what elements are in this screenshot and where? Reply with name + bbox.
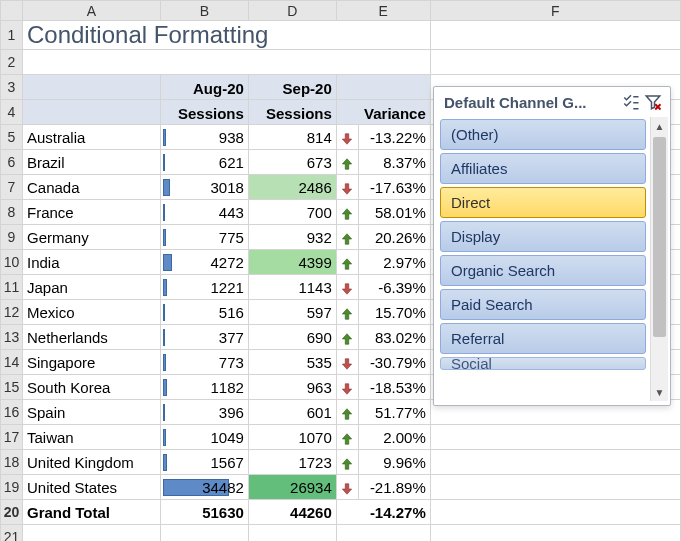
sessions-sep-cell[interactable]: 601 <box>248 400 336 425</box>
variance-cell[interactable]: 51.77% <box>358 400 430 425</box>
variance-icon-cell[interactable] <box>336 325 358 350</box>
country-cell[interactable]: United Kingdom <box>22 450 160 475</box>
variance-cell[interactable]: 9.96% <box>358 450 430 475</box>
header-sessions2[interactable]: Sessions <box>248 100 336 125</box>
column-headers[interactable]: A B D E F <box>1 1 681 21</box>
multi-select-icon[interactable] <box>622 93 640 111</box>
sessions-aug-cell[interactable]: 443 <box>160 200 248 225</box>
row-header[interactable]: 17 <box>1 425 23 450</box>
country-cell[interactable]: Japan <box>22 275 160 300</box>
cell[interactable] <box>22 525 160 542</box>
sessions-sep-cell[interactable]: 1723 <box>248 450 336 475</box>
variance-icon-cell[interactable] <box>336 200 358 225</box>
cell[interactable] <box>22 75 160 100</box>
cell[interactable] <box>160 525 248 542</box>
row-header[interactable]: 13 <box>1 325 23 350</box>
cell[interactable] <box>430 21 680 50</box>
slicer-item[interactable]: Social <box>440 357 646 370</box>
variance-cell[interactable]: 2.00% <box>358 425 430 450</box>
scroll-down-icon[interactable]: ▼ <box>651 383 668 401</box>
variance-cell[interactable]: -17.63% <box>358 175 430 200</box>
sessions-aug-cell[interactable]: 516 <box>160 300 248 325</box>
header-month2[interactable]: Sep-20 <box>248 75 336 100</box>
sessions-aug-cell[interactable]: 3018 <box>160 175 248 200</box>
row-header[interactable]: 19 <box>1 475 23 500</box>
cell[interactable] <box>430 425 680 450</box>
slicer-scrollbar[interactable]: ▲ ▼ <box>650 117 668 401</box>
scroll-thumb[interactable] <box>653 137 666 337</box>
variance-icon-cell[interactable] <box>336 450 358 475</box>
row-header[interactable]: 15 <box>1 375 23 400</box>
variance-cell[interactable]: 20.26% <box>358 225 430 250</box>
sessions-sep-cell[interactable]: 1143 <box>248 275 336 300</box>
slicer-item[interactable]: (Other) <box>440 119 646 150</box>
col-header[interactable]: B <box>160 1 248 21</box>
variance-cell[interactable]: -13.22% <box>358 125 430 150</box>
row-header[interactable]: 3 <box>1 75 23 100</box>
sessions-aug-cell[interactable]: 1182 <box>160 375 248 400</box>
sessions-aug-cell[interactable]: 938 <box>160 125 248 150</box>
sessions-aug-cell[interactable]: 377 <box>160 325 248 350</box>
variance-cell[interactable]: 2.97% <box>358 250 430 275</box>
sessions-aug-cell[interactable]: 1221 <box>160 275 248 300</box>
col-header[interactable]: F <box>430 1 680 21</box>
row-header[interactable]: 12 <box>1 300 23 325</box>
sessions-aug-cell[interactable]: 34482 <box>160 475 248 500</box>
sessions-sep-cell[interactable]: 26934 <box>248 475 336 500</box>
sessions-sep-cell[interactable]: 673 <box>248 150 336 175</box>
select-all-cell[interactable] <box>1 1 23 21</box>
col-header[interactable]: A <box>22 1 160 21</box>
country-cell[interactable]: Australia <box>22 125 160 150</box>
row-header[interactable]: 1 <box>1 21 23 50</box>
cell[interactable] <box>248 525 336 542</box>
cell[interactable] <box>22 100 160 125</box>
variance-icon-cell[interactable] <box>336 425 358 450</box>
row-header[interactable]: 5 <box>1 125 23 150</box>
country-cell[interactable]: Brazil <box>22 150 160 175</box>
cell[interactable] <box>430 500 680 525</box>
country-cell[interactable]: Canada <box>22 175 160 200</box>
variance-cell[interactable]: -18.53% <box>358 375 430 400</box>
header-variance[interactable]: Variance <box>336 100 430 125</box>
sessions-aug-cell[interactable]: 1567 <box>160 450 248 475</box>
page-title[interactable]: Conditional Formatting <box>22 21 430 50</box>
variance-icon-cell[interactable] <box>336 125 358 150</box>
cell[interactable] <box>430 475 680 500</box>
row-header[interactable]: 20 <box>1 500 23 525</box>
variance-cell[interactable]: 58.01% <box>358 200 430 225</box>
slicer-item[interactable]: Direct <box>440 187 646 218</box>
sessions-aug-cell[interactable]: 775 <box>160 225 248 250</box>
variance-icon-cell[interactable] <box>336 225 358 250</box>
country-cell[interactable]: France <box>22 200 160 225</box>
sessions-aug-cell[interactable]: 1049 <box>160 425 248 450</box>
sessions-sep-cell[interactable]: 1070 <box>248 425 336 450</box>
row-header[interactable]: 6 <box>1 150 23 175</box>
sessions-sep-cell[interactable]: 2486 <box>248 175 336 200</box>
sessions-aug-cell[interactable]: 396 <box>160 400 248 425</box>
sessions-aug-cell[interactable]: 773 <box>160 350 248 375</box>
cell[interactable] <box>336 525 430 542</box>
cell[interactable] <box>430 450 680 475</box>
country-cell[interactable]: South Korea <box>22 375 160 400</box>
country-cell[interactable]: Spain <box>22 400 160 425</box>
header-month1[interactable]: Aug-20 <box>160 75 248 100</box>
cell[interactable] <box>336 75 430 100</box>
row-header[interactable]: 8 <box>1 200 23 225</box>
row-header[interactable]: 21 <box>1 525 23 542</box>
row-header[interactable]: 14 <box>1 350 23 375</box>
slicer-item[interactable]: Paid Search <box>440 289 646 320</box>
country-cell[interactable]: Mexico <box>22 300 160 325</box>
variance-icon-cell[interactable] <box>336 300 358 325</box>
grand-total-aug[interactable]: 51630 <box>160 500 248 525</box>
row-header[interactable]: 10 <box>1 250 23 275</box>
col-header[interactable]: E <box>336 1 430 21</box>
variance-cell[interactable]: 83.02% <box>358 325 430 350</box>
col-header[interactable]: D <box>248 1 336 21</box>
slicer-item[interactable]: Affiliates <box>440 153 646 184</box>
slicer-panel[interactable]: Default Channel G... (Other)AffiliatesDi… <box>433 86 671 406</box>
grand-total-label[interactable]: Grand Total <box>22 500 160 525</box>
clear-filter-icon[interactable] <box>644 93 662 111</box>
variance-icon-cell[interactable] <box>336 350 358 375</box>
variance-cell[interactable]: 15.70% <box>358 300 430 325</box>
cell[interactable] <box>22 50 430 75</box>
